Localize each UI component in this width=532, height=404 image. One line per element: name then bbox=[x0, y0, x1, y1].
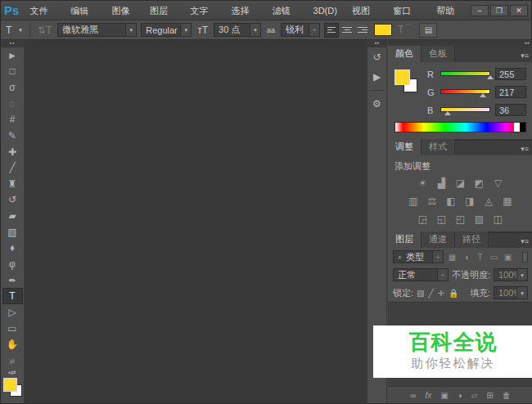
rectangular-marquee-tool[interactable]: □ bbox=[2, 63, 23, 79]
menu-select[interactable]: 选择(S) bbox=[224, 1, 265, 20]
green-value-field[interactable]: 217 bbox=[495, 86, 526, 98]
menu-3d[interactable]: 3D(D) bbox=[306, 1, 345, 20]
menu-file[interactable]: 文件(F) bbox=[22, 1, 63, 20]
eyedropper-tool[interactable]: ✎ bbox=[2, 128, 23, 144]
align-center-button[interactable] bbox=[340, 23, 354, 38]
tab-color[interactable]: 颜色 bbox=[388, 46, 422, 62]
tab-adjustments[interactable]: 调整 bbox=[388, 139, 422, 155]
font-family-select[interactable]: 微软雅黑 ▾ bbox=[57, 23, 137, 37]
blue-slider-thumb[interactable] bbox=[444, 111, 451, 115]
hand-tool[interactable]: ✋ bbox=[2, 336, 23, 352]
menu-layer[interactable]: 图层(L) bbox=[142, 1, 183, 20]
menu-image[interactable]: 图像(I) bbox=[104, 1, 142, 20]
type-tool[interactable]: T bbox=[2, 288, 23, 304]
hue-saturation-icon[interactable]: ▥ bbox=[408, 195, 419, 207]
blur-tool[interactable]: ♦ bbox=[2, 240, 23, 257]
align-left-button[interactable] bbox=[324, 23, 339, 38]
opacity-select[interactable]: 100% ▾ bbox=[494, 268, 528, 281]
menu-type[interactable]: 文字(Y) bbox=[183, 1, 223, 20]
new-adjustment-layer-icon[interactable]: ◑ bbox=[458, 391, 462, 400]
actions-panel-icon[interactable]: ▶ bbox=[367, 67, 386, 87]
photo-filter-icon[interactable]: ◨ bbox=[464, 195, 476, 207]
lock-move-icon[interactable]: ✛ bbox=[438, 289, 444, 298]
gradient-map-icon[interactable]: ▨ bbox=[474, 213, 485, 225]
tab-styles[interactable]: 样式 bbox=[422, 139, 455, 155]
history-brush-tool[interactable]: ↺ bbox=[2, 192, 23, 209]
channel-mixer-icon[interactable]: ◬ bbox=[483, 195, 494, 207]
text-color-swatch[interactable] bbox=[374, 24, 392, 36]
green-slider-thumb[interactable] bbox=[480, 93, 486, 97]
layer-filter-select[interactable]: ⌕ 类型 ÷ bbox=[393, 250, 444, 263]
tab-channels[interactable]: 通道 bbox=[422, 231, 455, 248]
quick-selection-tool[interactable]: ◌ bbox=[2, 96, 23, 112]
color-lookup-icon[interactable]: ▦ bbox=[502, 195, 513, 207]
red-value-field[interactable]: 255 bbox=[495, 68, 526, 80]
spot-healing-brush-tool[interactable]: ✚ bbox=[2, 144, 23, 160]
exposure-icon[interactable]: ◩ bbox=[474, 177, 485, 189]
path-selection-tool[interactable]: ▷ bbox=[2, 304, 23, 321]
move-tool[interactable]: ► bbox=[2, 47, 23, 64]
fill-select[interactable]: 100% ▾ bbox=[494, 286, 528, 299]
panel-menu-icon[interactable]: ▾≡ bbox=[516, 52, 532, 62]
link-layers-icon[interactable]: ∞ bbox=[410, 391, 416, 400]
gradient-tool[interactable]: ▧ bbox=[2, 224, 23, 240]
anti-alias-select[interactable]: 锐利 ÷ bbox=[281, 23, 320, 37]
maximize-button[interactable]: ❐ bbox=[490, 5, 508, 16]
panel-menu-icon[interactable]: ▾≡ bbox=[516, 237, 532, 248]
swap-colors-icon[interactable]: ▪⇄ bbox=[1, 369, 24, 376]
font-style-select[interactable]: Regular ▾ bbox=[141, 23, 192, 37]
lock-paint-icon[interactable]: ╱ bbox=[429, 289, 434, 298]
color-balance-icon[interactable]: ⚖ bbox=[426, 195, 438, 207]
menu-filter[interactable]: 滤镜(T) bbox=[265, 1, 306, 20]
menu-help[interactable]: 帮助(H) bbox=[429, 1, 471, 20]
new-layer-icon[interactable]: ⊞ bbox=[486, 391, 493, 400]
new-group-icon[interactable]: ▱ bbox=[471, 391, 478, 400]
text-orientation-icon[interactable]: ⇅T bbox=[36, 25, 53, 36]
tool-preset-arrow-icon[interactable]: ▾ bbox=[17, 27, 24, 34]
eraser-tool[interactable]: ▰ bbox=[2, 208, 23, 224]
delete-layer-icon[interactable]: 🗑 bbox=[503, 391, 511, 400]
strip-collapse-icon[interactable]: ▪▪ bbox=[367, 40, 386, 47]
font-size-select[interactable]: 30 点 ▾ bbox=[214, 23, 261, 37]
lock-transparent-icon[interactable]: ▨ bbox=[417, 289, 424, 298]
close-button[interactable]: ✕ bbox=[510, 5, 528, 16]
red-slider-thumb[interactable] bbox=[487, 75, 494, 79]
panel-menu-icon[interactable]: ▾≡ bbox=[516, 145, 532, 155]
shape-filter-icon[interactable]: ▭ bbox=[489, 253, 499, 262]
layer-style-icon[interactable]: fx bbox=[425, 391, 431, 400]
pen-tool[interactable]: ✒ bbox=[2, 272, 23, 289]
crop-tool[interactable]: # bbox=[2, 111, 23, 128]
warp-text-icon[interactable]: T⌒ bbox=[396, 23, 415, 37]
menu-view[interactable]: 视图(V) bbox=[345, 1, 385, 20]
red-slider[interactable] bbox=[440, 70, 490, 78]
black-white-icon[interactable]: ◧ bbox=[445, 195, 457, 207]
align-right-button[interactable] bbox=[355, 23, 370, 38]
zoom-tool[interactable]: ⌕ bbox=[2, 352, 23, 369]
type-tool-icon[interactable]: T bbox=[4, 25, 13, 36]
threshold-icon[interactable]: ◰ bbox=[455, 213, 467, 225]
green-slider[interactable] bbox=[440, 88, 490, 96]
history-panel-icon[interactable]: ↺ bbox=[367, 47, 386, 67]
toolbar-collapse-icon[interactable]: ▪▪ bbox=[1, 40, 24, 47]
smart-object-filter-icon[interactable]: ▣ bbox=[503, 253, 513, 262]
menu-edit[interactable]: 编辑(E) bbox=[63, 1, 104, 20]
tool-presets-panel-icon[interactable]: ⚙ bbox=[367, 94, 386, 114]
blue-slider[interactable] bbox=[440, 106, 490, 114]
blend-mode-select[interactable]: 正常 ÷ bbox=[393, 268, 449, 281]
color-spectrum-ramp[interactable] bbox=[394, 122, 526, 132]
clone-stamp-tool[interactable]: ♜ bbox=[2, 176, 23, 192]
filter-toggle-switch[interactable] bbox=[522, 252, 528, 263]
type-filter-icon[interactable]: T bbox=[475, 253, 485, 262]
canvas-area[interactable] bbox=[25, 40, 367, 403]
rectangle-tool[interactable]: ▭ bbox=[2, 321, 23, 337]
menu-window[interactable]: 窗口(W) bbox=[385, 1, 429, 20]
lock-all-icon[interactable]: 🔒 bbox=[449, 289, 458, 298]
curves-icon[interactable]: ◪ bbox=[455, 177, 467, 189]
tab-swatches[interactable]: 色板 bbox=[422, 46, 455, 62]
dodge-tool[interactable]: φ bbox=[2, 256, 23, 272]
selective-color-icon[interactable]: ◫ bbox=[493, 213, 504, 225]
minimize-button[interactable]: – bbox=[471, 5, 489, 16]
toggle-panels-button[interactable]: ▤ bbox=[419, 23, 437, 38]
brush-tool[interactable]: ╱ bbox=[2, 159, 23, 176]
brightness-contrast-icon[interactable]: ☀ bbox=[417, 177, 429, 189]
